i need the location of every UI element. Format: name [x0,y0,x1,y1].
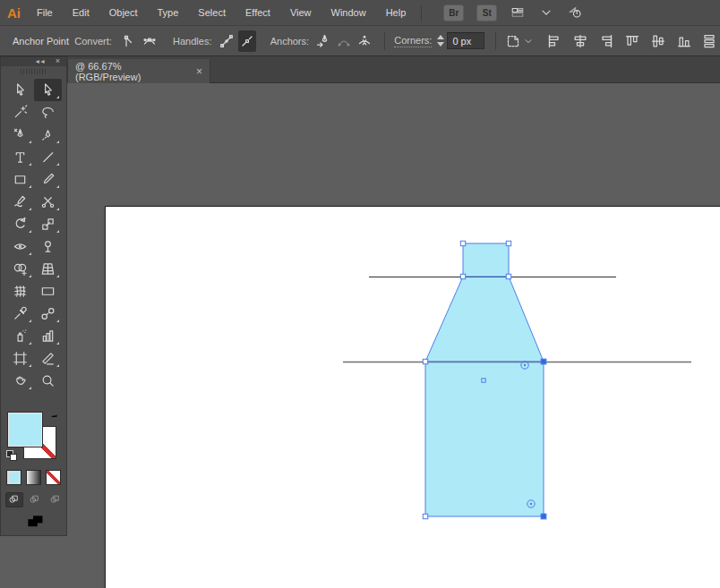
column-graph-icon [40,328,56,344]
menu-type[interactable]: Type [148,0,189,26]
show-handles-button[interactable] [217,30,235,52]
tool-slice[interactable] [34,347,62,370]
menu-help[interactable]: Help [376,0,416,26]
sync-settings-icon[interactable] [567,5,583,20]
tool-eyedropper[interactable] [6,303,34,325]
anchors-label: Anchors: [270,36,309,47]
none-mode-button[interactable] [46,470,61,485]
line-segment-icon [40,149,56,165]
corners-input[interactable] [447,32,484,49]
chevron-down-icon[interactable] [538,5,554,20]
default-fill-stroke-icon[interactable] [6,450,18,462]
screen-mode-button[interactable] [24,514,44,531]
remove-anchor-button[interactable] [314,30,332,52]
draw-normal-button[interactable] [5,492,23,507]
tool-rotate[interactable] [6,213,34,235]
align-top-button[interactable] [622,30,642,52]
swap-fill-stroke-icon[interactable] [48,413,61,426]
tool-shaper[interactable] [6,191,34,213]
align-v-center-button[interactable] [648,30,668,52]
tool-width[interactable] [6,235,34,258]
align-h-center-button[interactable] [570,30,590,52]
menu-select[interactable]: Select [188,0,236,26]
paint-mode-row [6,470,61,485]
stepper-down-icon[interactable] [437,42,444,47]
connect-anchors-button[interactable] [335,30,353,52]
tool-shape-builder[interactable] [6,258,34,280]
chevron-down-icon[interactable] [523,30,534,52]
eyedropper-icon [13,306,28,321]
menu-window[interactable]: Window [321,0,376,26]
tool-symbol-sprayer[interactable] [6,325,34,347]
draw-inside-button[interactable] [47,492,64,507]
align-bottom-button[interactable] [674,30,694,52]
tool-curvature[interactable] [34,124,62,146]
drawing-mode-row [5,492,64,507]
fill-swatch[interactable] [8,413,42,447]
gradient-mode-button[interactable] [26,470,41,485]
document-tab[interactable]: @ 66.67% (RGB/Preview) × [67,59,210,83]
draw-normal-icon [8,494,21,506]
tool-gradient[interactable] [34,280,62,303]
control-bar: Anchor Point Convert: Handles: Anchors: … [0,26,720,56]
tool-magic-wand[interactable] [6,101,34,124]
symbol-sprayer-icon [13,328,28,344]
tool-column-graph[interactable] [34,325,62,347]
convert-to-smooth-button[interactable] [141,30,159,52]
tool-rectangle[interactable] [6,168,34,191]
corners-stepper[interactable] [437,35,444,47]
pen-icon [13,127,28,142]
convert-to-corner-button[interactable] [117,30,135,52]
tool-pen[interactable] [6,124,34,146]
draw-behind-button[interactable] [26,492,44,507]
handles-label: Handles: [173,36,211,47]
canvas-area[interactable] [0,56,720,588]
bridge-button[interactable]: Br [443,4,464,21]
tool-direct-selection[interactable] [34,79,62,101]
color-mode-button[interactable] [6,470,21,485]
curvature-icon [40,127,56,142]
tool-puppet-warp[interactable] [34,235,62,258]
tools-panel: ◄◄ × [0,56,67,536]
cut-path-button[interactable] [356,30,373,52]
artboard[interactable] [105,206,720,588]
tools-panel-header: ◄◄ × [1,57,66,66]
menu-view[interactable]: View [280,0,321,26]
menu-file[interactable]: File [27,0,63,26]
tool-zoom[interactable] [34,370,62,392]
tool-artboard[interactable] [6,347,34,370]
align-right-button[interactable] [596,30,616,52]
close-panel-icon[interactable]: × [56,56,60,66]
tool-scissors[interactable] [34,191,62,213]
tool-perspective-grid[interactable] [34,258,62,280]
app-logo[interactable]: Ai [7,5,21,21]
select-similar-button[interactable] [503,30,523,52]
type-tool-icon [13,149,28,165]
workspace-switcher-icon[interactable] [510,5,526,20]
align-left-button[interactable] [544,30,564,52]
scale-icon [40,217,56,232]
tool-paintbrush[interactable] [34,168,62,191]
tool-blend[interactable] [34,303,62,325]
tool-hand[interactable] [6,370,34,392]
stock-button[interactable]: St [476,4,497,21]
distribute-button[interactable] [700,30,720,52]
tool-scale[interactable] [34,213,62,235]
tool-type[interactable] [6,146,34,168]
menu-effect[interactable]: Effect [236,0,280,26]
hide-handles-button[interactable] [238,30,256,52]
tool-lasso[interactable] [34,101,62,124]
menu-object[interactable]: Object [99,0,148,26]
perspective-grid-icon [40,261,56,277]
collapse-panel-icon[interactable]: ◄◄ [34,57,45,66]
lasso-icon [40,105,56,120]
stepper-up-icon[interactable] [437,35,444,39]
selection-tool-icon [13,82,28,98]
zoom-magnifier-icon [40,373,56,388]
tab-close-icon[interactable]: × [196,65,202,78]
tool-mesh[interactable] [6,280,34,303]
menu-edit[interactable]: Edit [63,0,99,26]
panel-gripper[interactable] [21,69,47,74]
tool-selection[interactable] [6,79,34,101]
tool-line-segment[interactable] [34,146,62,168]
